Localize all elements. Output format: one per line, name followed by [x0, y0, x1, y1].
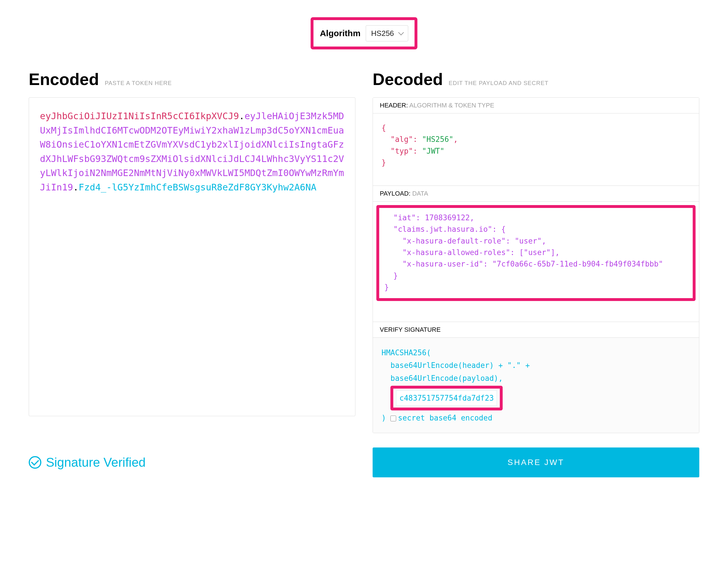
iat-key: "iat"	[393, 213, 416, 222]
verify-section-body: HMACSHA256( base64UrlEncode(header) + ".…	[373, 338, 699, 433]
algorithm-highlight-box: Algorithm HS256	[311, 17, 417, 49]
encoded-token-signature: Fzd4_-lG5YzImhCfeBSWsgsuR8eZdF8GY3Kyhw2A…	[79, 182, 316, 193]
allowed-roles-val: ["user"]	[519, 248, 555, 257]
encoded-column: Encoded PASTE A TOKEN HERE eyJhbGciOiJIU…	[29, 69, 355, 433]
signature-verified-text: Signature Verified	[46, 455, 146, 470]
encoded-token-header: eyJhbGciOiJIUzI1NiIsInR5cCI6IkpXVCJ9	[40, 110, 239, 122]
iat-val: 1708369122	[425, 213, 470, 222]
payload-highlight-box: "iat": 1708369122, "claims.jwt.hasura.io…	[376, 205, 696, 301]
decoded-subtitle: EDIT THE PAYLOAD AND SECRET	[449, 80, 549, 87]
encoded-token-dot2: .	[73, 182, 79, 193]
verify-section-label-text: VERIFY SIGNATURE	[380, 326, 441, 333]
allowed-roles-key: "x-hasura-allowed-roles"	[402, 248, 510, 257]
default-role-val: "user"	[515, 237, 542, 245]
secret-base64-label: secret base64 encoded	[398, 414, 492, 422]
verify-line3: base64UrlEncode(payload),	[391, 374, 503, 382]
alg-val: "HS256"	[422, 135, 453, 144]
secret-base64-checkbox[interactable]	[391, 416, 396, 421]
claims-key: "claims.jwt.hasura.io"	[393, 225, 492, 234]
decoded-title: Decoded	[373, 69, 443, 89]
default-role-key: "x-hasura-default-role"	[402, 237, 506, 245]
decoded-title-row: Decoded EDIT THE PAYLOAD AND SECRET	[373, 69, 699, 89]
payload-section-label: PAYLOAD: DATA	[373, 185, 699, 202]
algorithm-label: Algorithm	[320, 28, 361, 38]
decoded-column: Decoded EDIT THE PAYLOAD AND SECRET HEAD…	[373, 69, 699, 433]
verify-line2: base64UrlEncode(header) + "." +	[391, 361, 530, 370]
payload-brace-close: }	[385, 283, 389, 292]
verify-line1: HMACSHA256(	[381, 346, 690, 359]
algorithm-select[interactable]: HS256	[366, 25, 408, 41]
share-jwt-button[interactable]: SHARE JWT	[373, 447, 699, 477]
header-section-label: HEADER: ALGORITHM & TOKEN TYPE	[373, 98, 699, 113]
header-section-label-strong: HEADER:	[380, 102, 408, 109]
encoded-title-row: Encoded PASTE A TOKEN HERE	[29, 69, 355, 89]
header-section-body[interactable]: { "alg": "HS256", "typ": "JWT" }	[373, 113, 699, 185]
algorithm-select-wrap: HS256	[366, 25, 408, 41]
brace-open: {	[381, 124, 386, 132]
signature-verified: Signature Verified	[29, 455, 355, 470]
algorithm-row: Algorithm HS256	[29, 17, 699, 49]
encoded-token-box[interactable]: eyJhbGciOiJIUzI1NiIsInR5cCI6IkpXVCJ9.eyJ…	[29, 97, 355, 416]
encoded-token-payload: eyJleHAiOjE3Mzk5MDUxMjIsImlhdCI6MTcwODM2…	[40, 110, 344, 193]
claims-brace-close: }	[393, 271, 398, 280]
user-id-key: "x-hasura-user-id"	[402, 260, 483, 268]
alg-key: "alg"	[391, 135, 413, 144]
verify-section-label: VERIFY SIGNATURE	[373, 322, 699, 338]
secret-input[interactable]: c483751757754fda7df23	[396, 390, 497, 406]
header-section-label-sub: ALGORITHM & TOKEN TYPE	[409, 102, 494, 109]
typ-val: "JWT"	[422, 147, 444, 156]
user-id-val: "7cf0a66c-65b7-11ed-b904-fb49f034fbbb"	[492, 260, 663, 268]
payload-section-label-sub: DATA	[412, 190, 428, 197]
typ-key: "typ"	[391, 147, 413, 156]
footer-row: Signature Verified SHARE JWT	[29, 447, 699, 477]
main-columns: Encoded PASTE A TOKEN HERE eyJhbGciOiJIU…	[29, 69, 699, 433]
encoded-token-dot1: .	[239, 110, 245, 122]
encoded-title: Encoded	[29, 69, 99, 89]
encoded-subtitle: PASTE A TOKEN HERE	[105, 80, 172, 87]
check-circle-icon	[29, 456, 41, 469]
payload-section-body[interactable]: "iat": 1708369122, "claims.jwt.hasura.io…	[373, 205, 699, 322]
payload-section-label-strong: PAYLOAD:	[380, 190, 410, 197]
brace-close: }	[381, 158, 386, 167]
secret-highlight-box: c483751757754fda7df23	[391, 386, 503, 410]
verify-close-paren: )	[381, 414, 386, 422]
decoded-box: HEADER: ALGORITHM & TOKEN TYPE { "alg": …	[373, 97, 699, 433]
